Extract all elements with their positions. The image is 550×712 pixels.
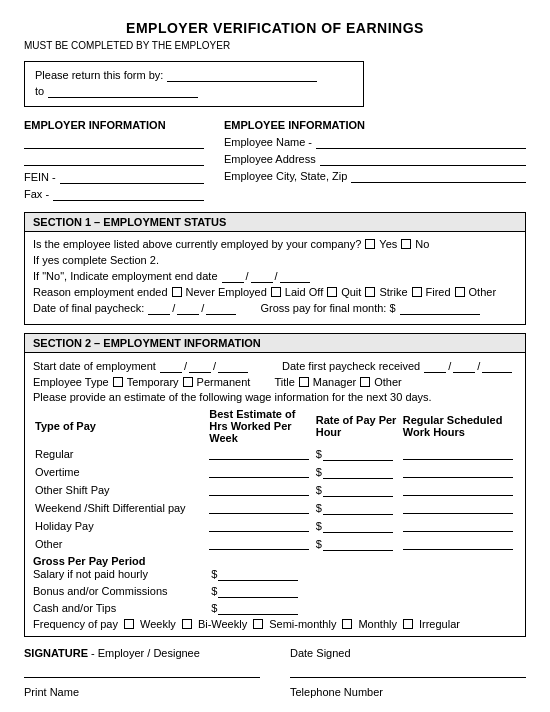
salary-row: Salary if not paid hourly $ — [33, 567, 517, 581]
hrs-field-5[interactable] — [209, 536, 309, 550]
yes-checkbox[interactable] — [365, 239, 375, 249]
scheduled-field-2[interactable] — [403, 482, 513, 496]
no-checkbox[interactable] — [401, 239, 411, 249]
temporary-checkbox[interactable] — [113, 377, 123, 387]
start-dd[interactable] — [189, 359, 211, 373]
fired-checkbox[interactable] — [412, 287, 422, 297]
weekly-checkbox[interactable] — [124, 619, 134, 629]
final-dd[interactable] — [177, 301, 199, 315]
employer-fax-field[interactable] — [53, 187, 204, 201]
start-mm[interactable] — [160, 359, 182, 373]
salary-field[interactable] — [218, 567, 298, 581]
employee-info: EMPLOYEE INFORMATION Employee Name - Emp… — [224, 119, 526, 204]
no-label: No — [415, 238, 429, 250]
semimonthly-label: Semi-monthly — [269, 618, 336, 630]
start-date-label: Start date of employment — [33, 360, 156, 372]
final-yyyy[interactable] — [206, 301, 236, 315]
sig-subtitle: - Employer / Designee — [91, 647, 200, 659]
employer-info: EMPLOYER INFORMATION FEIN - Fax - — [24, 119, 204, 204]
scheduled-field-1[interactable] — [403, 464, 513, 478]
final-mm[interactable] — [148, 301, 170, 315]
manager-checkbox[interactable] — [299, 377, 309, 387]
employee-city-field[interactable] — [351, 169, 526, 183]
rate-field-1[interactable] — [323, 465, 393, 479]
laid-off-checkbox[interactable] — [271, 287, 281, 297]
indicate-label: If "No", Indicate employment end date — [33, 270, 218, 282]
employer-name-field[interactable] — [24, 135, 204, 149]
bonus-row: Bonus and/or Commissions $ — [33, 584, 517, 598]
emp-name-label: Employee Name - — [224, 136, 312, 148]
scheduled-field-5[interactable] — [403, 536, 513, 550]
permanent-checkbox[interactable] — [183, 377, 193, 387]
phone-line[interactable] — [290, 699, 526, 712]
temporary-label: Temporary — [127, 376, 179, 388]
end-date-mm[interactable] — [222, 269, 244, 283]
hrs-field-2[interactable] — [209, 482, 309, 496]
return-date-field[interactable] — [167, 68, 317, 82]
if-yes-note: If yes complete Section 2. — [33, 254, 159, 266]
fein-label: FEIN - — [24, 171, 56, 183]
print-name-field: Print Name — [24, 686, 260, 712]
gross-final-field[interactable] — [400, 301, 480, 315]
monthly-checkbox[interactable] — [342, 619, 352, 629]
title-label-s2: Title — [274, 376, 294, 388]
frequency-row: Frequency of pay Weekly Bi-Weekly Semi-m… — [33, 618, 517, 630]
never-employed-checkbox[interactable] — [172, 287, 182, 297]
strike-label: Strike — [379, 286, 407, 298]
irregular-checkbox[interactable] — [403, 619, 413, 629]
pay-table-row: Overtime $ — [33, 463, 517, 481]
pay-type-0: Regular — [33, 445, 207, 463]
return-label: Please return this form by: — [35, 69, 163, 81]
employer-address-field[interactable] — [24, 152, 204, 166]
bonus-field[interactable] — [218, 584, 298, 598]
rate-field-3[interactable] — [323, 501, 393, 515]
never-employed-label: Never Employed — [186, 286, 267, 298]
date-signed-label: Date Signed — [290, 647, 526, 659]
hrs-field-0[interactable] — [209, 446, 309, 460]
employee-address-field[interactable] — [320, 152, 526, 166]
irregular-label: Irregular — [419, 618, 460, 630]
section2: SECTION 2 – EMPLOYMENT INFORMATION Start… — [24, 333, 526, 637]
pay-type-2: Other Shift Pay — [33, 481, 207, 499]
end-date-dd[interactable] — [251, 269, 273, 283]
other-checkbox-s2[interactable] — [360, 377, 370, 387]
fp-mm[interactable] — [424, 359, 446, 373]
start-yyyy[interactable] — [218, 359, 248, 373]
fax-label: Fax - — [24, 188, 49, 200]
scheduled-field-4[interactable] — [403, 518, 513, 532]
rate-field-5[interactable] — [323, 537, 393, 551]
semimonthly-checkbox[interactable] — [253, 619, 263, 629]
phone-field: Telephone Number — [290, 686, 526, 712]
print-name-line[interactable] — [24, 699, 260, 712]
tips-label: Cash and/or Tips — [33, 602, 207, 614]
end-date-yyyy[interactable] — [280, 269, 310, 283]
other-checkbox-s1[interactable] — [455, 287, 465, 297]
hrs-field-3[interactable] — [209, 500, 309, 514]
quit-checkbox[interactable] — [327, 287, 337, 297]
pay-table-row: Holiday Pay $ — [33, 517, 517, 535]
weekly-label: Weekly — [140, 618, 176, 630]
hrs-field-4[interactable] — [209, 518, 309, 532]
sig-line[interactable] — [24, 660, 260, 678]
section1-header: SECTION 1 – EMPLOYMENT STATUS — [25, 213, 525, 232]
fp-dd[interactable] — [453, 359, 475, 373]
rate-field-4[interactable] — [323, 519, 393, 533]
print-name-label: Print Name — [24, 686, 260, 698]
to-field[interactable] — [48, 84, 198, 98]
scheduled-field-3[interactable] — [403, 500, 513, 514]
fein-field[interactable] — [60, 170, 204, 184]
rate-field-0[interactable] — [323, 447, 393, 461]
pay-table-row: Other Shift Pay $ — [33, 481, 517, 499]
biweekly-label: Bi-Weekly — [198, 618, 247, 630]
employee-name-field[interactable] — [316, 135, 526, 149]
rate-field-2[interactable] — [323, 483, 393, 497]
fp-yyyy[interactable] — [482, 359, 512, 373]
biweekly-checkbox[interactable] — [182, 619, 192, 629]
tips-field[interactable] — [218, 601, 298, 615]
strike-checkbox[interactable] — [365, 287, 375, 297]
date-signed-line[interactable] — [290, 660, 526, 678]
hrs-field-1[interactable] — [209, 464, 309, 478]
pay-table-row: Other $ — [33, 535, 517, 553]
phone-label: Telephone Number — [290, 686, 526, 698]
scheduled-field-0[interactable] — [403, 446, 513, 460]
